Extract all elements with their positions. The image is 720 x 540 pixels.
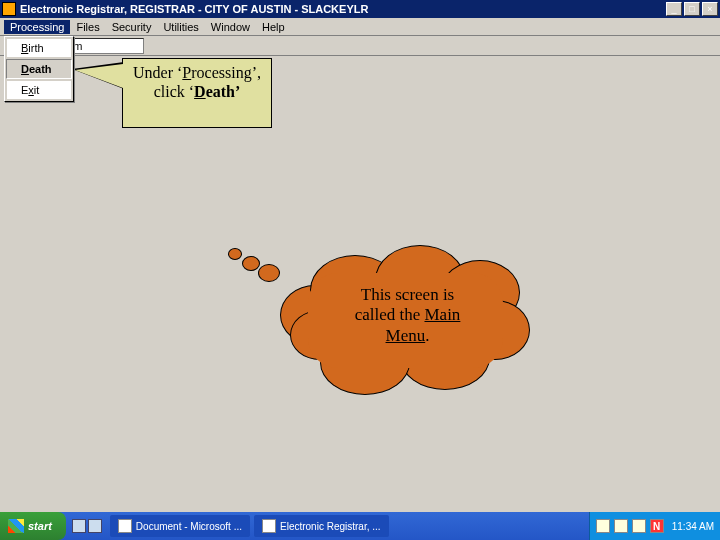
address-bar: enesisinfo.com bbox=[0, 36, 720, 56]
thought-bubble: This screen is called the Main Menu. bbox=[280, 245, 530, 385]
menu-security[interactable]: Security bbox=[106, 20, 158, 34]
window-controls: _ □ × bbox=[666, 2, 718, 16]
callout-line1: Under ‘Processing’, bbox=[133, 64, 261, 81]
instruction-callout: Under ‘Processing’, click ‘Death’ bbox=[122, 58, 272, 128]
window-titlebar: Electronic Registrar, REGISTRAR - CITY O… bbox=[0, 0, 720, 18]
quick-launch bbox=[66, 519, 108, 533]
dropdown-exit[interactable]: Exit bbox=[6, 80, 72, 100]
dropdown-death[interactable]: Death bbox=[6, 59, 72, 79]
system-tray: N 11:34 AM bbox=[589, 512, 720, 540]
windows-logo-icon bbox=[8, 519, 24, 533]
window-title: Electronic Registrar, REGISTRAR - CITY O… bbox=[20, 3, 666, 15]
menu-files[interactable]: Files bbox=[70, 20, 105, 34]
start-button[interactable]: start bbox=[0, 512, 66, 540]
norton-icon[interactable]: N bbox=[650, 519, 664, 533]
processing-dropdown: Birth Death Exit bbox=[4, 36, 74, 102]
minimize-button[interactable]: _ bbox=[666, 2, 682, 16]
thought-dot-2 bbox=[242, 256, 260, 271]
word-icon bbox=[118, 519, 132, 533]
menubar: Processing Files Security Utilities Wind… bbox=[0, 18, 720, 36]
quick-launch-icon[interactable] bbox=[72, 519, 86, 533]
callout-line2: click ‘Death’ bbox=[154, 83, 241, 100]
thought-dot-1 bbox=[228, 248, 242, 260]
quick-launch-icon[interactable] bbox=[88, 519, 102, 533]
callout-tail-fill bbox=[75, 64, 123, 88]
taskbar-item-document[interactable]: Document - Microsoft ... bbox=[110, 515, 250, 537]
close-button[interactable]: × bbox=[702, 2, 718, 16]
tray-icon[interactable] bbox=[596, 519, 610, 533]
maximize-button[interactable]: □ bbox=[684, 2, 700, 16]
taskbar: start Document - Microsoft ... Electroni… bbox=[0, 512, 720, 540]
taskbar-item-label: Electronic Registrar, ... bbox=[280, 521, 381, 532]
menu-processing[interactable]: Processing bbox=[4, 20, 70, 34]
start-label: start bbox=[28, 520, 52, 532]
tray-icon[interactable] bbox=[614, 519, 628, 533]
menu-window[interactable]: Window bbox=[205, 20, 256, 34]
app-icon bbox=[262, 519, 276, 533]
taskbar-clock[interactable]: 11:34 AM bbox=[672, 521, 714, 532]
dropdown-birth[interactable]: Birth bbox=[6, 38, 72, 58]
taskbar-item-registrar[interactable]: Electronic Registrar, ... bbox=[254, 515, 389, 537]
thought-dot-3 bbox=[258, 264, 280, 282]
app-icon bbox=[2, 2, 16, 16]
thought-text: This screen is called the Main Menu. bbox=[320, 285, 495, 346]
tray-icon[interactable] bbox=[632, 519, 646, 533]
menu-utilities[interactable]: Utilities bbox=[157, 20, 204, 34]
taskbar-item-label: Document - Microsoft ... bbox=[136, 521, 242, 532]
menu-help[interactable]: Help bbox=[256, 20, 291, 34]
